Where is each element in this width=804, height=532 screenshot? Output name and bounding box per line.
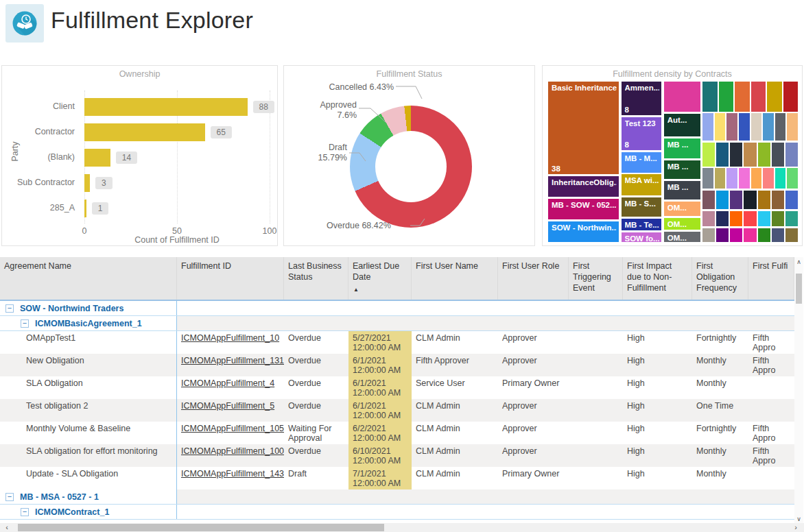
treemap-tile[interactable] xyxy=(750,167,763,189)
fulfillment-id-link[interactable]: ICMOMAppFulfillment_105 xyxy=(181,424,284,433)
treemap-tile[interactable] xyxy=(785,210,799,228)
treemap-tile[interactable] xyxy=(702,81,718,112)
treemap-tile[interactable] xyxy=(726,112,738,141)
scroll-up-icon[interactable]: ∧ xyxy=(794,257,803,267)
treemap-tile-inheritanceoblig-[interactable]: InheritanceOblig... xyxy=(547,176,619,197)
treemap-tile-om-[interactable]: OM... xyxy=(663,217,701,230)
treemap-tile-mb-te-[interactable]: MB - Te... xyxy=(621,218,663,230)
bar-Client[interactable] xyxy=(84,98,248,116)
treemap-tile-om-[interactable]: OM... xyxy=(663,231,701,243)
treemap-tile[interactable] xyxy=(743,142,757,167)
treemap-tile-ammen-[interactable]: Ammen...8 xyxy=(621,81,663,116)
treemap-tile[interactable] xyxy=(729,210,743,228)
treemap-tile[interactable] xyxy=(702,190,716,210)
column-header-earliest-due-date[interactable]: Earliest Due Date▲ xyxy=(348,257,412,300)
treemap-tile[interactable] xyxy=(663,81,701,112)
treemap-tile[interactable] xyxy=(714,167,726,189)
treemap-tile[interactable] xyxy=(729,190,743,210)
treemap-tile-om-[interactable]: OM... xyxy=(663,201,701,217)
treemap-tile[interactable] xyxy=(757,228,771,243)
vertical-scroll-thumb[interactable] xyxy=(796,274,802,304)
treemap-tile[interactable] xyxy=(702,142,716,167)
bar-285_A[interactable] xyxy=(84,200,86,217)
treemap-tile[interactable] xyxy=(771,210,785,228)
column-header-first-impact-due-to-non-fulfillment[interactable]: First Impact due to Non-Fulfillment xyxy=(623,257,692,300)
treemap-tile[interactable] xyxy=(716,190,729,210)
column-header-last-business-status[interactable]: Last Business Status xyxy=(284,257,348,300)
treemap-tile[interactable] xyxy=(757,142,771,167)
treemap-tile[interactable] xyxy=(729,228,743,243)
treemap-tile[interactable] xyxy=(738,167,750,189)
treemap-tile[interactable] xyxy=(762,167,775,189)
treemap-tile[interactable] xyxy=(702,112,714,141)
column-header-fulfillment-id[interactable]: Fulfillment ID xyxy=(177,257,284,300)
collapse-icon[interactable]: − xyxy=(21,319,29,328)
treemap-tile[interactable] xyxy=(702,210,716,228)
treemap-tile[interactable] xyxy=(743,190,757,210)
treemap-tile[interactable] xyxy=(757,210,771,228)
treemap-tile[interactable] xyxy=(786,112,799,141)
treemap-tile-mb-[interactable]: MB ... xyxy=(663,180,701,200)
horizontal-scrollbar[interactable]: ‹ › xyxy=(0,523,804,532)
treemap-tile[interactable] xyxy=(743,210,757,228)
collapse-icon[interactable]: − xyxy=(5,493,14,501)
treemap-tile[interactable] xyxy=(775,167,787,189)
treemap-tile[interactable] xyxy=(750,112,763,141)
treemap-tile-mb-m-[interactable]: MB - M... xyxy=(621,152,663,173)
treemap-tile[interactable] xyxy=(785,228,799,243)
treemap-tile[interactable] xyxy=(771,190,785,210)
treemap-tile[interactable] xyxy=(714,112,726,141)
treemap-tile-basic-inheritance[interactable]: Basic Inheritance38 xyxy=(547,81,619,175)
treemap-tile-sow-northwin-[interactable]: SOW - Northwin... xyxy=(547,221,619,243)
treemap-tile[interactable] xyxy=(716,228,729,243)
fulfillment-id-link[interactable]: ICMOMAppFulfillment_131 xyxy=(181,356,284,365)
treemap-tile-aut-[interactable]: Aut... xyxy=(663,113,701,137)
treemap-tile[interactable] xyxy=(783,81,799,112)
treemap-tile-mb-s-[interactable]: MB - S... xyxy=(621,197,663,217)
treemap-tile[interactable] xyxy=(726,167,738,189)
column-header-agreement-name[interactable]: Agreement Name xyxy=(0,257,177,300)
treemap-tile-mb-sow-052-[interactable]: MB - SOW - 052... xyxy=(547,198,619,220)
treemap-tile[interactable] xyxy=(775,112,787,141)
column-header-first-obligation-frequency[interactable]: First Obligation Frequency xyxy=(692,257,748,300)
treemap-tile[interactable] xyxy=(786,167,799,189)
collapse-icon[interactable]: − xyxy=(5,304,14,313)
treemap-tile[interactable] xyxy=(771,228,785,243)
column-header-first-fulfi[interactable]: First Fulfi xyxy=(748,257,794,300)
bar-Sub Contractor[interactable] xyxy=(84,174,90,192)
vertical-scrollbar[interactable]: ∧ ∨ xyxy=(794,257,803,524)
treemap-tile[interactable] xyxy=(718,81,734,112)
bar-(Blank)[interactable] xyxy=(84,149,110,167)
treemap-tile[interactable] xyxy=(766,81,782,112)
treemap-tile[interactable] xyxy=(743,228,757,243)
fulfillment-id-link[interactable]: ICMOMAppFulfillment_4 xyxy=(181,378,274,388)
treemap-tile[interactable] xyxy=(757,190,771,210)
fulfillment-id-link[interactable]: ICMOMAppFulfillment_100 xyxy=(181,446,284,456)
scroll-right-icon[interactable]: › xyxy=(790,523,801,532)
collapse-icon[interactable]: − xyxy=(21,508,29,516)
column-header-first-user-name[interactable]: First User Name xyxy=(412,257,498,300)
fulfillment-id-link[interactable]: ICMOMAppFulfillment_143 xyxy=(181,469,284,479)
treemap-tile[interactable] xyxy=(734,81,750,112)
fulfillment-id-link[interactable]: ICMOMAppFulfillment_10 xyxy=(181,333,279,343)
treemap-tile-test-123[interactable]: Test 1238 xyxy=(621,117,663,152)
column-header-first-triggering-event[interactable]: First Triggering Event xyxy=(569,257,623,300)
treemap-tile[interactable] xyxy=(702,228,716,243)
treemap-tile-mb-[interactable]: MB ... xyxy=(663,160,701,180)
bar-Contractor[interactable] xyxy=(84,123,205,141)
fulfillment-id-link[interactable]: ICMOMAppFulfillment_5 xyxy=(181,401,274,411)
treemap-tile[interactable] xyxy=(702,167,714,189)
treemap-tile-mb-[interactable]: MB ... xyxy=(663,138,701,159)
column-header-first-user-role[interactable]: First User Role xyxy=(498,257,569,300)
treemap-tile[interactable] xyxy=(785,142,799,167)
treemap-tile[interactable] xyxy=(716,210,729,228)
treemap-tile[interactable] xyxy=(750,81,766,112)
treemap-tile[interactable] xyxy=(785,190,799,210)
treemap-tile-msa-wi-[interactable]: MSA wi... xyxy=(621,173,663,196)
scroll-left-icon[interactable]: ‹ xyxy=(1,523,12,532)
treemap-tile[interactable] xyxy=(762,112,775,141)
treemap-tile[interactable] xyxy=(716,142,729,167)
scroll-down-icon[interactable]: ∨ xyxy=(794,514,803,524)
sort-ascending-icon[interactable]: ▲ xyxy=(353,285,359,295)
horizontal-scroll-thumb[interactable] xyxy=(18,524,384,531)
